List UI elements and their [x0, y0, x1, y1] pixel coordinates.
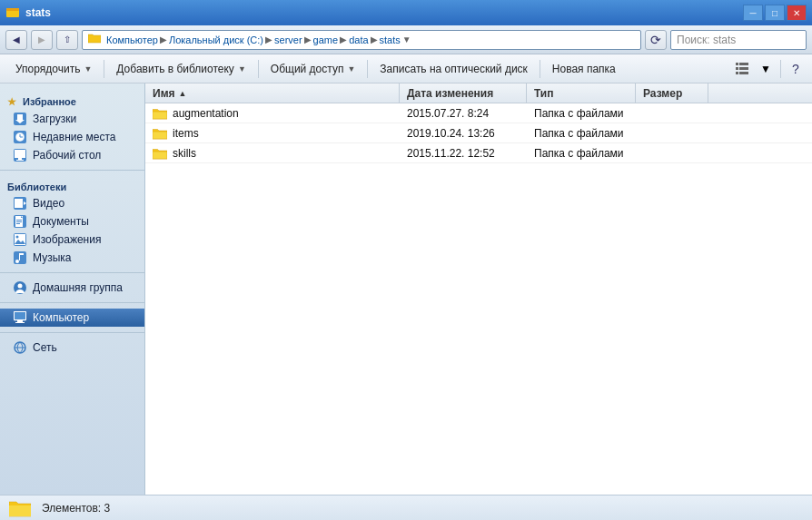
file-cell-type-skills: Папка с файлами	[527, 147, 636, 160]
title-bar-left: stats	[5, 5, 51, 20]
sidebar-item-homegroup[interactable]: Домашняя группа	[0, 279, 144, 297]
col-header-name[interactable]: Имя ▲	[145, 83, 400, 103]
address-path[interactable]: Компьютер ▶ Локальный диск (C:) ▶ server…	[82, 30, 641, 50]
refresh-button[interactable]: ⟳	[645, 30, 667, 50]
breadcrumb-game: game	[313, 34, 339, 45]
col-header-type[interactable]: Тип	[527, 83, 636, 103]
network-icon	[13, 341, 27, 354]
sidebar-divider-2	[0, 272, 144, 273]
svg-rect-15	[18, 158, 22, 160]
col-date-label: Дата изменения	[407, 87, 493, 100]
breadcrumb-server: server	[274, 34, 302, 45]
address-bar: ◀ ▶ ⇧ Компьютер ▶ Локальный диск (C:) ▶ …	[0, 25, 812, 54]
breadcrumb-computer: Компьютер	[106, 34, 158, 45]
view-dropdown-button[interactable]: ▼	[755, 58, 777, 80]
share-button[interactable]: Общий доступ ▼	[261, 57, 366, 81]
svg-rect-6	[736, 72, 738, 74]
toolbar-separator-5	[780, 60, 781, 78]
sidebar-divider-1	[0, 170, 144, 171]
toolbar-right: ▼ ?	[731, 58, 807, 80]
sidebar-item-downloads[interactable]: Загрузки	[0, 110, 144, 128]
sidebar-item-computer[interactable]: Компьютер	[0, 309, 144, 327]
toolbar-separator-1	[104, 60, 104, 78]
image-icon	[13, 233, 27, 246]
music-icon	[13, 251, 27, 264]
sidebar-divider-3	[0, 302, 144, 303]
status-bar: Элементов: 3	[0, 495, 812, 520]
window-icon	[5, 5, 20, 20]
file-cell-name-skills: skills	[145, 147, 400, 160]
new-folder-button[interactable]: Новая папка	[542, 57, 626, 81]
clock-icon	[13, 131, 27, 143]
svg-rect-16	[16, 160, 24, 161]
view-details-button[interactable]	[731, 58, 753, 80]
sidebar-item-documents[interactable]: Документы	[0, 212, 144, 231]
file-cell-date-items: 2019.10.24. 13:26	[400, 127, 527, 140]
svg-rect-22	[16, 220, 22, 221]
sidebar-item-desktop-label: Рабочий стол	[33, 149, 101, 162]
file-row-skills[interactable]: skills 2015.11.22. 12:52 Папка с файлами	[145, 143, 812, 163]
download-icon	[13, 113, 27, 125]
share-label: Общий доступ	[271, 63, 344, 75]
search-input[interactable]	[671, 34, 807, 46]
svg-rect-7	[739, 72, 748, 74]
sidebar-item-recent[interactable]: Недавние места	[0, 128, 144, 146]
restore-button[interactable]: □	[765, 5, 785, 21]
title-bar-controls: ─ □ ✕	[743, 5, 807, 21]
add-library-button[interactable]: Добавить в библиотеку ▼	[106, 57, 255, 81]
sidebar-item-network[interactable]: Сеть	[0, 338, 144, 357]
file-row-items[interactable]: items 2019.10.24. 13:26 Папка с файлами	[145, 123, 812, 143]
sidebar-item-music[interactable]: Музыка	[0, 249, 144, 267]
sidebar-item-desktop[interactable]: Рабочий стол	[0, 146, 144, 164]
breadcrumb: Компьютер ▶ Локальный диск (C:) ▶ server…	[88, 33, 411, 46]
homegroup-icon	[13, 281, 27, 294]
svg-rect-2	[736, 63, 738, 65]
sidebar-item-video-label: Видео	[33, 197, 64, 210]
libraries-label: Библиотеки	[7, 182, 66, 192]
file-cell-name-items: items	[145, 127, 400, 140]
sidebar-section-libraries: Библиотеки	[0, 176, 144, 194]
main-layout: ★ Избранное Загрузки Недавние ме	[0, 83, 812, 495]
filename-augmentation: augmentation	[173, 107, 239, 120]
minimize-button[interactable]: ─	[743, 5, 763, 21]
document-icon	[13, 215, 27, 228]
file-row-augmentation[interactable]: augmentation 2015.07.27. 8:24 Папка с фа…	[145, 103, 812, 123]
search-box[interactable]: 🔍	[670, 30, 807, 50]
details-view-icon	[736, 63, 748, 75]
svg-rect-23	[16, 221, 22, 222]
share-dropdown-icon: ▼	[347, 64, 355, 74]
add-library-dropdown-icon: ▼	[238, 64, 246, 74]
file-cell-type-items: Папка с файлами	[527, 127, 636, 140]
col-size-label: Размер	[643, 87, 682, 100]
svg-rect-3	[739, 63, 748, 65]
col-header-size[interactable]: Размер	[636, 83, 708, 103]
filename-items: items	[173, 127, 199, 140]
svg-point-27	[16, 236, 19, 239]
sidebar-item-homegroup-label: Домашняя группа	[33, 281, 123, 294]
file-list-header: Имя ▲ Дата изменения Тип Размер	[145, 83, 812, 103]
help-button[interactable]: ?	[785, 58, 807, 80]
breadcrumb-data: data	[349, 34, 368, 45]
up-button[interactable]: ⇧	[56, 30, 78, 50]
svg-rect-4	[736, 67, 738, 70]
organize-button[interactable]: Упорядочить ▼	[5, 57, 102, 81]
status-text: Элементов: 3	[42, 502, 110, 515]
col-header-date[interactable]: Дата изменения	[400, 83, 527, 103]
svg-rect-36	[15, 312, 25, 319]
back-button[interactable]: ◀	[5, 30, 27, 50]
svg-rect-14	[15, 150, 25, 158]
col-type-label: Тип	[534, 87, 554, 100]
sidebar-item-downloads-label: Загрузки	[33, 113, 76, 125]
forward-button[interactable]: ▶	[31, 30, 53, 50]
close-button[interactable]: ✕	[787, 5, 807, 21]
sidebar-item-images[interactable]: Изображения	[0, 231, 144, 249]
sidebar-item-video[interactable]: Видео	[0, 194, 144, 212]
svg-rect-18	[15, 199, 23, 208]
organize-label: Упорядочить	[15, 63, 80, 75]
sidebar-item-computer-label: Компьютер	[33, 311, 89, 324]
svg-point-34	[18, 284, 23, 289]
folder-icon-items	[153, 127, 167, 140]
burn-button[interactable]: Записать на оптический диск	[370, 57, 538, 81]
new-folder-label: Новая папка	[552, 63, 616, 75]
sidebar-item-network-label: Сеть	[33, 341, 57, 354]
